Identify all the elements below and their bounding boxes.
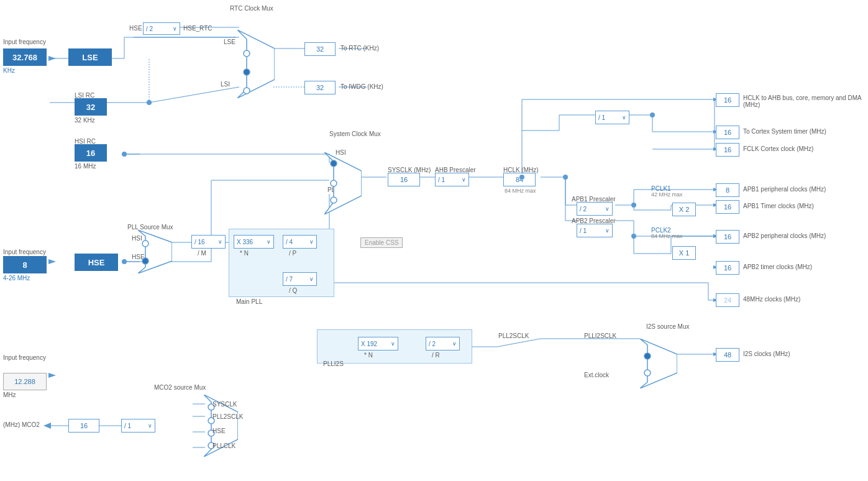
svg-point-106 [650, 112, 655, 117]
hclk-ahb-value: 16 [724, 96, 731, 104]
svg-point-100 [122, 152, 127, 157]
apb2-periph-label: APB2 peripheral clocks (MHz) [743, 232, 826, 239]
svg-marker-81 [237, 30, 275, 98]
fclk-value: 16 [724, 146, 731, 153]
i2s-clock-value: 48 [724, 351, 731, 359]
m-div-select[interactable]: / 16 [191, 235, 226, 249]
apb2-timer-box: 16 [716, 261, 739, 275]
plli2sclk-label: PLLI2SCLK [584, 332, 616, 339]
ext-input-freq-label: Input frequency [3, 354, 46, 361]
cortex-timer-value: 16 [724, 129, 731, 136]
apb1-prescaler-select[interactable]: / 2 [577, 202, 613, 216]
hclk-value: 84 [516, 176, 523, 183]
ahb-prescaler-select[interactable]: / 1 [435, 173, 469, 186]
hclk-ahb-box: 16 [716, 93, 739, 107]
svg-point-93 [644, 353, 651, 359]
svg-point-91 [142, 258, 148, 264]
svg-point-84 [244, 88, 250, 94]
p-div-select[interactable]: / 4 [283, 235, 317, 249]
plli2s-r-value: / 2 [429, 341, 436, 347]
apb2-max: 84 MHz max [651, 233, 683, 239]
mco2-pll2sclk-label: PLL2SCLK [212, 413, 243, 420]
sysclk-box: 16 [388, 173, 420, 186]
plli2s-n-select[interactable]: X 192 [358, 337, 398, 350]
hsi-box: 16 [75, 144, 107, 162]
q-div-value: / 7 [286, 276, 293, 283]
lsi-unit: 32 KHz [75, 117, 95, 124]
main-pll-label: Main PLL [236, 298, 262, 305]
mhz48-box: 24 [716, 293, 739, 307]
apb2-timer-value: 16 [724, 264, 731, 272]
lse-freq-box: 32.768 [3, 48, 47, 66]
ahb-prescaler-value: / 1 [438, 176, 445, 183]
ext-freq-box: 12.288 [3, 373, 47, 390]
pll2sclk-label: PLL2SCLK [498, 332, 529, 339]
lse-label: LSE [82, 53, 98, 62]
rtc-hse-div-select[interactable]: / 2 [143, 22, 180, 35]
svg-point-101 [122, 259, 127, 264]
hse-input-freq-label: Input frequency [3, 249, 46, 255]
mco2-div-value: / 1 [124, 423, 131, 429]
svg-point-87 [331, 180, 337, 186]
n-mul-select[interactable]: X 336 [234, 235, 274, 249]
svg-point-90 [142, 240, 148, 247]
svg-point-88 [331, 197, 337, 203]
to-rtc-label: To RTC (KHz) [340, 45, 379, 52]
m-div-value: / 16 [194, 239, 205, 245]
svg-point-107 [147, 100, 152, 105]
hse-rtc-label: HSE [129, 25, 142, 32]
mco2-output-label: (MHz) MCO2 [3, 421, 40, 428]
cortex-div-value: / 1 [598, 114, 605, 121]
apb2-prescaler-value: / 1 [580, 227, 587, 234]
i2s-source-mux [640, 339, 677, 388]
ext-freq-unit: MHz [3, 392, 16, 398]
lse-block: LSE [68, 48, 112, 66]
apb2-x1-box: X 1 [672, 246, 696, 260]
apb1-timer-box: 16 [716, 200, 739, 214]
svg-line-5 [149, 87, 239, 103]
sysclk-value: 16 [400, 176, 408, 183]
mco2-div-select[interactable]: / 1 [121, 419, 155, 433]
cortex-div-select[interactable]: / 1 [595, 111, 629, 124]
mhz48-label: 48MHz clocks (MHz) [743, 296, 800, 303]
hclk-box: 84 [503, 173, 536, 186]
hse-rtc-label2: HSE_RTC [183, 25, 212, 32]
to-iwdg-label: To IWDG (KHz) [340, 83, 383, 90]
q-div-select[interactable]: / 7 [283, 272, 317, 286]
mco2-hse-label: HSE [212, 428, 226, 434]
svg-marker-109 [48, 259, 56, 264]
apb2-x1-value: X 1 [679, 249, 690, 257]
plli2s-r-select[interactable]: / 2 [426, 337, 460, 350]
n-label: * N [240, 250, 249, 257]
sysclk-mux [324, 152, 362, 214]
apb2-periph-box: 16 [716, 230, 739, 244]
svg-marker-108 [48, 56, 56, 61]
mhz48-value: 24 [724, 296, 731, 304]
to-iwdg-value: 32 [316, 84, 324, 91]
p-div-value: / 4 [286, 239, 293, 245]
svg-point-94 [644, 370, 651, 376]
hclk-ahb-label: HCLK to AHB bus, core, memory and DMA (M… [743, 94, 867, 108]
svg-point-86 [331, 160, 337, 167]
svg-point-105 [631, 234, 636, 239]
lsi-value: 32 [86, 103, 95, 112]
m-label: / M [198, 250, 206, 257]
mco2-output-box: 16 [68, 419, 99, 433]
lse-input-freq-label: Input frequency [3, 39, 46, 45]
apb1-max: 42 MHz max [651, 191, 683, 198]
svg-line-61 [497, 339, 541, 347]
lsi-box: 32 [75, 98, 107, 116]
cortex-timer-label: To Cortex System timer (MHz) [743, 128, 826, 135]
apb2-periph-value: 16 [724, 233, 731, 240]
apb1-timer-label: APB1 Timer clocks (MHz) [743, 203, 814, 209]
apb2-prescaler-select[interactable]: / 1 [577, 224, 613, 237]
ext-clock-label: Ext.clock [584, 372, 609, 378]
cortex-timer-box: 16 [716, 126, 739, 139]
plli2s-label: PLLI2S [323, 360, 344, 367]
apb1-periph-value: 8 [726, 186, 729, 194]
rtc-clock-mux-label: RTC Clock Mux [230, 5, 273, 12]
i2s-clock-label: I2S clocks (MHz) [743, 350, 790, 357]
mco2-pllclk-label: PLLCLK [212, 442, 235, 449]
enable-css-button[interactable]: Enable CSS [360, 237, 403, 248]
svg-marker-111 [43, 423, 51, 429]
